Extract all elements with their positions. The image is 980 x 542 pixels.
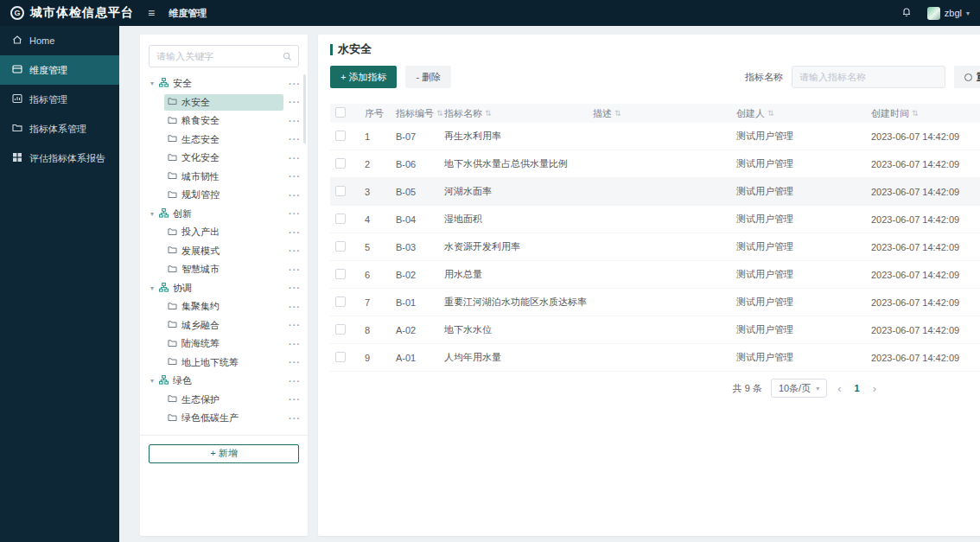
column-header[interactable]: 指标编号⇅ xyxy=(396,107,444,120)
more-actions-icon[interactable]: ··· xyxy=(283,245,301,256)
page-number-current[interactable]: 1 xyxy=(852,383,862,393)
table-row[interactable]: 5 B-03 水资源开发利用率 测试用户管理 2023-06-07 14:42:… xyxy=(330,233,980,261)
tree-node[interactable]: 规划管控 xyxy=(164,187,283,203)
cell-created-at: 2023-06-07 14:42:09 xyxy=(871,297,980,308)
tree-node[interactable]: ▾绿色 xyxy=(147,373,283,389)
more-actions-icon[interactable]: ··· xyxy=(283,413,301,424)
tree-node[interactable]: 智慧城市 xyxy=(164,261,283,277)
hamburger-menu-icon[interactable]: ≡ xyxy=(148,6,155,20)
more-actions-icon[interactable]: ··· xyxy=(283,208,301,219)
more-actions-icon[interactable]: ··· xyxy=(283,265,301,275)
row-checkbox[interactable] xyxy=(335,131,346,141)
tree-node[interactable]: 粮食安全 xyxy=(164,112,283,129)
notification-bell-icon[interactable] xyxy=(901,6,912,20)
more-actions-icon[interactable]: ··· xyxy=(283,357,301,367)
caret-down-icon[interactable]: ▾ xyxy=(150,210,154,218)
panel-title: 水安全 xyxy=(330,41,980,57)
user-menu[interactable]: zbgl ▾ xyxy=(927,7,970,20)
tree-node[interactable]: ▾安全 xyxy=(147,75,283,92)
indicator-name-input[interactable] xyxy=(792,66,945,88)
column-header[interactable]: 指标名称⇅ xyxy=(444,107,593,120)
sort-icon[interactable]: ⇅ xyxy=(436,109,443,118)
delete-button[interactable]: - 删除 xyxy=(405,66,451,88)
sort-icon[interactable]: ⇅ xyxy=(912,109,919,118)
more-actions-icon[interactable]: ··· xyxy=(283,171,301,182)
tree-node[interactable]: 城乡融合 xyxy=(164,317,283,334)
row-checkbox[interactable] xyxy=(335,297,346,307)
cell-name: 地下水供水量占总供水量比例 xyxy=(444,157,593,170)
tree-node-selected[interactable]: 水安全 xyxy=(164,94,283,111)
more-actions-icon[interactable]: ··· xyxy=(283,190,301,201)
more-actions-icon[interactable]: ··· xyxy=(283,116,301,126)
select-all-checkbox[interactable] xyxy=(335,107,346,118)
tree-scrollbar[interactable] xyxy=(303,74,306,143)
more-actions-icon[interactable]: ··· xyxy=(283,79,301,89)
sidebar-item-indicator-system-mgmt[interactable]: 指标体系管理 xyxy=(0,114,119,143)
tree-search-input[interactable] xyxy=(150,46,298,67)
row-checkbox[interactable] xyxy=(335,241,346,252)
tree-node[interactable]: ▾创新 xyxy=(147,206,283,222)
sidebar-item-home[interactable]: Home xyxy=(0,26,119,55)
sort-icon[interactable]: ⇅ xyxy=(614,109,621,118)
next-page-button[interactable]: › xyxy=(871,382,878,395)
table-row[interactable]: 4 B-04 湿地面积 测试用户管理 2023-06-07 14:42:09 xyxy=(330,206,980,233)
more-actions-icon[interactable]: ··· xyxy=(283,134,301,144)
table-row[interactable]: 3 B-05 河湖水面率 测试用户管理 2023-06-07 14:42:09 xyxy=(330,178,980,206)
caret-down-icon[interactable]: ▾ xyxy=(150,284,154,292)
row-checkbox[interactable] xyxy=(335,214,346,224)
row-checkbox[interactable] xyxy=(335,324,346,335)
add-indicator-button[interactable]: + 添加指标 xyxy=(330,66,397,88)
prev-page-button[interactable]: ‹ xyxy=(836,382,843,395)
row-checkbox[interactable] xyxy=(335,158,346,169)
column-header[interactable]: 创建时间⇅ xyxy=(871,107,980,120)
tree-node[interactable]: 集聚集约 xyxy=(164,298,283,315)
tree-node[interactable]: 发展模式 xyxy=(164,243,283,259)
more-actions-icon[interactable]: ··· xyxy=(283,394,301,405)
folder-icon xyxy=(168,394,177,405)
more-actions-icon[interactable]: ··· xyxy=(283,283,301,293)
tree-node[interactable]: ▾协调 xyxy=(147,280,283,297)
sidebar-item-evaluation-report[interactable]: 评估指标体系报告 xyxy=(0,143,119,173)
more-actions-icon[interactable]: ··· xyxy=(283,153,301,163)
tree-node[interactable]: 陆海统筹 xyxy=(164,335,283,352)
more-actions-icon[interactable]: ··· xyxy=(283,320,301,330)
tree-node-label: 安全 xyxy=(173,77,192,90)
folder-icon xyxy=(12,123,22,135)
sidebar-item-dimension-mgmt[interactable]: 维度管理 xyxy=(0,55,119,85)
add-dimension-button[interactable]: + 新增 xyxy=(149,444,299,463)
tree-node-group: ▾安全··· xyxy=(140,74,308,93)
table-row[interactable]: 6 B-02 用水总量 测试用户管理 2023-06-07 14:42:09 xyxy=(330,261,980,289)
caret-down-icon[interactable]: ▾ xyxy=(150,377,154,385)
table-row[interactable]: 7 B-01 重要江河湖泊水功能区水质达标率 测试用户管理 2023-06-07… xyxy=(330,289,980,316)
tree-node[interactable]: 地上地下统筹 xyxy=(164,354,283,371)
tree-node-label: 创新 xyxy=(173,207,192,220)
table-row[interactable]: 2 B-06 地下水供水量占总供水量比例 测试用户管理 2023-06-07 1… xyxy=(330,150,980,178)
row-checkbox[interactable] xyxy=(335,186,346,196)
row-checkbox[interactable] xyxy=(335,269,346,279)
column-header[interactable]: 创建人⇅ xyxy=(736,107,871,120)
sort-icon[interactable]: ⇅ xyxy=(767,109,774,118)
more-actions-icon[interactable]: ··· xyxy=(283,376,301,386)
sidebar-item-indicator-mgmt[interactable]: 指标管理 xyxy=(0,85,119,114)
table-row[interactable]: 1 B-07 再生水利用率 测试用户管理 2023-06-07 14:42:09 xyxy=(330,123,980,150)
column-header[interactable]: 描述⇅ xyxy=(593,107,736,120)
cell-no: 3 xyxy=(365,187,396,197)
tree-node[interactable]: 文化安全 xyxy=(164,150,283,166)
tree-node[interactable]: 生态保护 xyxy=(164,392,283,408)
tree-node[interactable]: 绿色低碳生产 xyxy=(164,410,283,426)
tree-node[interactable]: 城市韧性 xyxy=(164,169,283,185)
more-actions-icon[interactable]: ··· xyxy=(283,97,301,107)
more-actions-icon[interactable]: ··· xyxy=(283,339,301,349)
caret-down-icon[interactable]: ▾ xyxy=(150,80,154,87)
sort-icon[interactable]: ⇅ xyxy=(485,109,492,118)
row-checkbox[interactable] xyxy=(335,352,346,362)
tree-node[interactable]: 生态安全 xyxy=(164,131,283,148)
cell-code: B-05 xyxy=(396,187,444,197)
more-actions-icon[interactable]: ··· xyxy=(283,302,301,312)
table-row[interactable]: 8 A-02 地下水水位 测试用户管理 2023-06-07 14:42:09 xyxy=(330,316,980,344)
page-size-select[interactable]: 10条/页▾ xyxy=(771,379,827,398)
tree-node[interactable]: 投入产出 xyxy=(164,224,283,240)
table-row[interactable]: 9 A-01 人均年用水量 测试用户管理 2023-06-07 14:42:09 xyxy=(330,344,980,372)
reset-button[interactable]: 重置 xyxy=(954,66,980,88)
more-actions-icon[interactable]: ··· xyxy=(283,227,301,238)
